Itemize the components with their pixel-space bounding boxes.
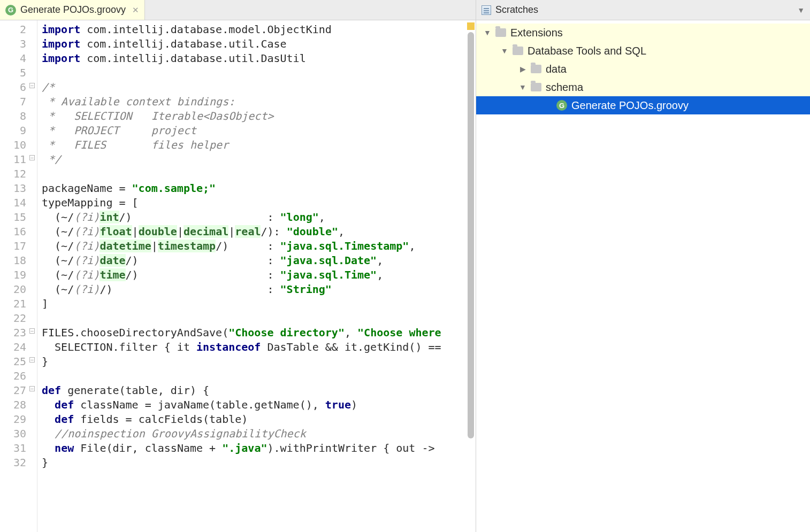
fold-close-icon[interactable]: – [29,357,35,363]
fold-open-icon[interactable]: – [29,83,35,88]
code-line[interactable] [42,66,476,80]
warning-marker [467,22,475,30]
editor-pane: G Generate POJOs.groovy ✕ 2 3 4 5 6 7 8 … [0,0,476,532]
chevron-down-icon[interactable]: ▼ [519,83,526,91]
editor-gutter: 2 3 4 5 6 7 8 9 10 11 12 13 14 15 16 17 … [0,20,37,532]
code-line[interactable] [42,167,476,181]
scratches-title: Scratches [495,4,538,16]
tree-label: Database Tools and SQL [528,45,646,57]
code-line[interactable]: * Available context bindings: [42,95,476,109]
project-tree: ▼ Extensions ▼ Database Tools and SQL ▶ … [476,20,810,114]
code-line[interactable]: def generate(table, dir) { [42,383,476,398]
code-line[interactable]: new File(dir, className + ".java").withP… [42,441,476,456]
chevron-down-icon[interactable]: ▼ [501,47,508,55]
code-line[interactable]: (~/(?i)int/) : "long", [42,210,476,225]
code-line[interactable]: ] [42,297,476,311]
folder-icon [531,65,541,73]
app-root: G Generate POJOs.groovy ✕ 2 3 4 5 6 7 8 … [0,0,810,532]
chevron-down-icon[interactable]: ▼ [797,6,805,14]
code-line[interactable]: * FILES files helper [42,138,476,152]
code-line[interactable]: * SELECTION Iterable<DasObject> [42,109,476,124]
folder-icon [531,83,541,91]
vertical-scrollbar[interactable] [466,20,476,532]
tree-label: Generate POJOs.groovy [571,99,689,112]
code-line[interactable]: //noinspection GroovyAssignabilityCheck [42,427,476,441]
tree-node-data[interactable]: ▶ data [476,60,810,78]
code-line[interactable]: packageName = "com.sample;" [42,181,476,196]
code-line[interactable]: (~/(?i)float|double|decimal|real/): "dou… [42,225,476,239]
code-line[interactable]: import com.intellij.database.util.DasUti… [42,51,476,66]
code-line[interactable] [42,369,476,383]
folder-icon [513,47,523,55]
scratches-header: Scratches ▼ [476,0,810,20]
tree-node-file-selected[interactable]: G Generate POJOs.groovy [476,96,810,114]
editor-tab-bar: G Generate POJOs.groovy ✕ [0,0,476,20]
code-line[interactable]: def className = javaName(table.getName()… [42,398,476,412]
chevron-down-icon[interactable]: ▼ [484,28,491,37]
code-line[interactable]: (~/(?i)/) : "String" [42,282,476,297]
fold-open-icon[interactable]: – [29,328,35,334]
fold-column: ––––– [28,20,37,532]
tree-node-extensions[interactable]: ▼ Extensions [476,24,810,42]
editor-tab[interactable]: G Generate POJOs.groovy ✕ [0,0,145,20]
folder-icon [495,28,506,37]
code-line[interactable]: (~/(?i)time/) : "java.sql.Time", [42,268,476,282]
code-line[interactable]: def fields = calcFields(table) [42,412,476,427]
code-line[interactable]: * PROJECT project [42,124,476,138]
tree-label: data [546,63,567,75]
code-line[interactable] [42,311,476,326]
code-line[interactable]: } [42,354,476,369]
code-line[interactable]: (~/(?i)date/) : "java.sql.Date", [42,253,476,268]
groovy-file-icon: G [5,5,16,16]
tree-node-schema[interactable]: ▼ schema [476,78,810,96]
code-line[interactable]: typeMapping = [ [42,196,476,210]
scratches-icon [482,5,491,15]
code-line[interactable]: import com.intellij.database.model.Objec… [42,22,476,37]
code-line[interactable]: FILES.chooseDirectoryAndSave("Choose dir… [42,326,476,340]
groovy-file-icon: G [556,100,567,111]
code-line[interactable]: } [42,456,476,470]
fold-close-icon[interactable]: – [29,155,35,160]
code-line[interactable]: SELECTION.filter { it instanceof DasTabl… [42,340,476,354]
code-line[interactable]: /* [42,80,476,95]
editor-body: 2 3 4 5 6 7 8 9 10 11 12 13 14 15 16 17 … [0,20,476,532]
tab-title: Generate POJOs.groovy [20,4,126,16]
code-area[interactable]: import com.intellij.database.model.Objec… [37,20,476,532]
code-line[interactable]: (~/(?i)datetime|timestamp/) : "java.sql.… [42,239,476,253]
fold-open-icon[interactable]: – [29,386,35,391]
tree-label: schema [546,81,583,94]
tree-node-database-tools[interactable]: ▼ Database Tools and SQL [476,42,810,60]
scrollbar-thumb[interactable] [468,32,474,438]
code-line[interactable]: */ [42,152,476,167]
code-line[interactable]: import com.intellij.database.util.Case [42,37,476,51]
close-icon[interactable]: ✕ [130,5,139,15]
tree-label: Extensions [510,27,563,39]
chevron-right-icon[interactable]: ▶ [519,65,526,73]
scratches-panel: Scratches ▼ ▼ Extensions ▼ Database Tool… [476,0,810,532]
